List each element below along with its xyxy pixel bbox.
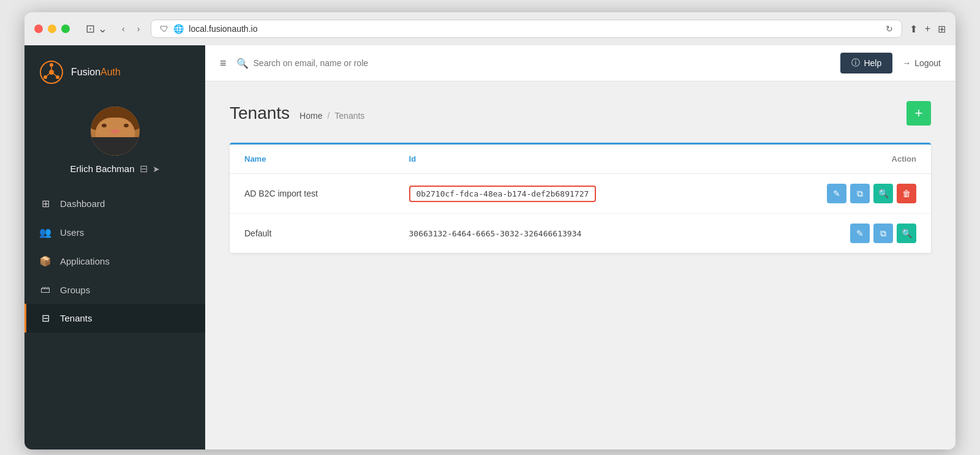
back-button[interactable]: ‹ [118, 23, 129, 35]
search-detail-icon: 🔍 [902, 228, 912, 238]
page-title: Tenants [230, 103, 290, 123]
minimize-dot[interactable] [48, 24, 56, 33]
reload-icon[interactable]: ↻ [886, 24, 893, 34]
sidebar-item-label: Tenants [60, 313, 92, 323]
action-buttons: ✎ ⧉ 🔍 � [756, 184, 916, 203]
search-container: 🔍 [236, 58, 831, 69]
tenants-table: Name Id Action [230, 145, 931, 253]
help-button[interactable]: ⓘ Help [840, 53, 892, 73]
nav-controls: ⊡ ⌄ ‹ › [82, 21, 143, 37]
view-button[interactable]: 🔍 [897, 224, 916, 243]
maximize-dot[interactable] [61, 24, 70, 33]
user-card-icon[interactable]: ⊟ [140, 163, 148, 175]
nav-arrow-icon[interactable]: ➤ [153, 164, 160, 174]
breadcrumb-home[interactable]: Home [300, 111, 322, 121]
tenant-name-cell: Default [230, 214, 394, 254]
help-label: Help [864, 58, 881, 68]
logo-auth: Auth [100, 67, 121, 77]
sidebar-item-label: Users [60, 227, 84, 238]
logout-label: Logout [914, 58, 941, 68]
user-info: Erlich Bachman ⊟ ➤ [70, 163, 159, 175]
applications-icon: 📦 [39, 255, 51, 267]
sidebar-nav: ⊞ Dashboard 👥 Users 📦 Applications 🗃 Gro… [24, 189, 205, 449]
svg-line-7 [47, 73, 50, 76]
copy-button[interactable]: ⧉ [850, 184, 870, 203]
logout-button[interactable]: → Logout [902, 58, 941, 68]
page-header: Tenants Home / Tenants + [230, 101, 931, 126]
sidebar-item-label: Applications [60, 256, 110, 266]
search-detail-icon: 🔍 [878, 189, 889, 198]
logo-fusion: Fusion [71, 67, 100, 77]
edit-icon: ✎ [856, 228, 864, 238]
sidebar-item-label: Dashboard [60, 198, 105, 209]
forward-button[interactable]: › [134, 23, 144, 35]
username-text: Erlich Bachman [70, 164, 134, 174]
tenant-actions-cell: ✎ ⧉ 🔍 [741, 214, 931, 254]
dashboard-icon: ⊞ [39, 198, 51, 209]
tenant-id-cell-highlighted: 0b2710cf-fdca-48ea-b174-def2b6891727 [394, 174, 741, 214]
breadcrumb-current: Tenants [334, 111, 364, 121]
logout-icon: → [902, 58, 911, 68]
browser-action-buttons: ⬆ + ⊞ [910, 23, 946, 35]
sidebar-logo: FusionAuth [24, 45, 205, 97]
grid-icon[interactable]: ⊞ [938, 23, 946, 35]
action-buttons: ✎ ⧉ 🔍 [756, 224, 916, 243]
table-row: AD B2C import test 0b2710cf-fdca-48ea-b1… [230, 174, 931, 214]
browser-toolbar: ⊡ ⌄ ‹ › 🛡 🌐 local.fusionauth.io ↻ ⬆ + ⊞ [24, 12, 956, 45]
app-container: FusionAuth Erlich Bachman [24, 45, 956, 449]
sidebar-toggle-button[interactable]: ⊡ ⌄ [82, 21, 111, 37]
tenant-name-cell: AD B2C import test [230, 174, 394, 214]
breadcrumb: Home / Tenants [300, 111, 364, 121]
sidebar-item-users[interactable]: 👥 Users [24, 218, 205, 247]
menu-icon[interactable]: ≡ [220, 57, 227, 70]
breadcrumb-separator: / [327, 111, 330, 121]
svg-point-2 [50, 63, 53, 67]
share-icon[interactable]: ⬆ [910, 23, 918, 35]
globe-icon: 🌐 [173, 24, 184, 34]
search-icon: 🔍 [236, 58, 249, 69]
help-icon: ⓘ [851, 58, 860, 69]
shield-icon: 🛡 [160, 24, 168, 34]
column-header-name: Name [230, 145, 394, 174]
tenants-table-card: Name Id Action [230, 143, 931, 253]
page-title-area: Tenants Home / Tenants [230, 103, 364, 123]
users-icon: 👥 [39, 227, 51, 238]
column-header-id: Id [394, 145, 741, 174]
avatar [91, 107, 140, 156]
svg-line-6 [53, 73, 56, 76]
close-dot[interactable] [34, 24, 43, 33]
column-header-action: Action [741, 145, 931, 174]
sidebar-item-applications[interactable]: 📦 Applications [24, 247, 205, 276]
sidebar-item-dashboard[interactable]: ⊞ Dashboard [24, 189, 205, 218]
table-header-row: Name Id Action [230, 145, 931, 174]
edit-button[interactable]: ✎ [827, 184, 846, 203]
logo-text: FusionAuth [71, 67, 121, 78]
address-bar[interactable]: 🛡 🌐 local.fusionauth.io ↻ [151, 20, 902, 38]
table-row: Default 30663132-6464-6665-3032-32646661… [230, 214, 931, 254]
copy-button[interactable]: ⧉ [873, 224, 893, 243]
url-text: local.fusionauth.io [189, 24, 257, 34]
edit-icon: ✎ [833, 189, 840, 198]
delete-icon: 🗑 [902, 189, 911, 198]
new-tab-icon[interactable]: + [925, 23, 930, 35]
sidebar-user: Erlich Bachman ⊟ ➤ [24, 97, 205, 189]
tenant-id-normal: 30663132-6464-6665-3032-326466613934 [409, 229, 582, 238]
tenant-actions-cell: ✎ ⧉ 🔍 � [741, 174, 931, 214]
view-button[interactable]: 🔍 [873, 184, 893, 203]
copy-icon: ⧉ [857, 189, 863, 199]
groups-icon: 🗃 [39, 284, 51, 295]
sidebar-item-groups[interactable]: 🗃 Groups [24, 276, 205, 304]
delete-button[interactable]: 🗑 [897, 184, 916, 203]
search-input[interactable] [254, 58, 831, 68]
tenant-id-highlighted: 0b2710cf-fdca-48ea-b174-def2b6891727 [409, 186, 597, 202]
add-tenant-button[interactable]: + [907, 101, 931, 126]
sidebar-item-label: Groups [60, 285, 90, 295]
main-content: ≡ 🔍 ⓘ Help → Logout Tenants [205, 45, 956, 449]
edit-button[interactable]: ✎ [850, 224, 870, 243]
browser-window: ⊡ ⌄ ‹ › 🛡 🌐 local.fusionauth.io ↻ ⬆ + ⊞ [24, 12, 956, 449]
page-content: Tenants Home / Tenants + [205, 81, 956, 449]
sidebar-item-tenants[interactable]: ⊟ Tenants [24, 304, 205, 333]
tenants-icon: ⊟ [39, 312, 51, 324]
sidebar: FusionAuth Erlich Bachman [24, 45, 205, 449]
copy-icon: ⧉ [880, 228, 886, 239]
